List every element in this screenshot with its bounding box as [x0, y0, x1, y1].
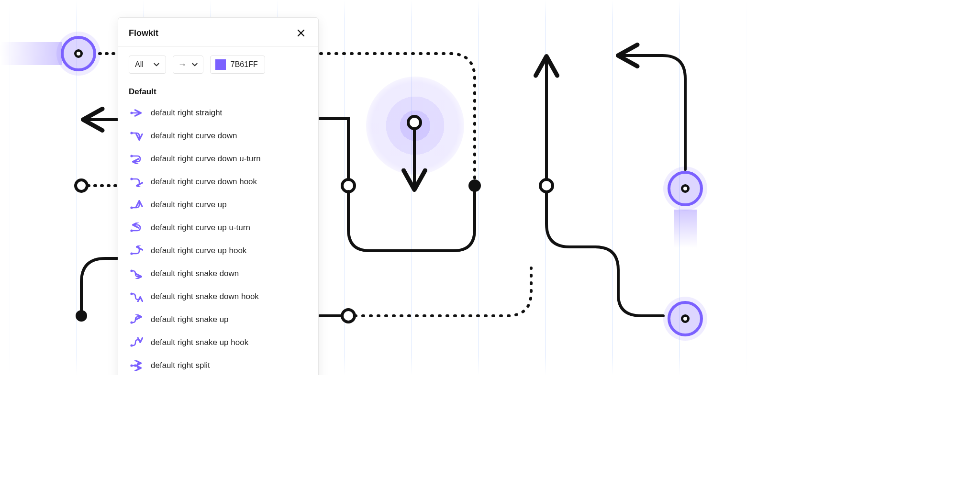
list-item-label: default right straight [151, 108, 222, 118]
panel-header: Flowkit [118, 18, 318, 47]
section-heading: Default [118, 78, 318, 100]
list-item[interactable]: default right curve up u-turn [123, 216, 313, 239]
list-item-label: default right curve up [151, 200, 227, 210]
list-item-label: default right curve down u-turn [151, 154, 261, 164]
connector-icon [130, 107, 143, 119]
connector-list: default right straightdefault right curv… [118, 100, 318, 375]
list-item[interactable]: default right curve up hook [123, 239, 313, 262]
connector-icon [130, 222, 143, 234]
list-item[interactable]: default right curve down hook [123, 170, 313, 193]
connector-icon [130, 199, 143, 211]
svg-point-0 [76, 180, 87, 191]
list-item[interactable]: default right snake up [123, 308, 313, 331]
svg-point-4 [408, 116, 421, 129]
svg-point-6 [540, 179, 553, 192]
list-item-label: default right snake up hook [151, 338, 248, 347]
list-item[interactable]: default right split [123, 354, 313, 375]
close-button[interactable] [294, 26, 308, 40]
connector-icon [130, 337, 143, 348]
list-item-label: default right split [151, 361, 210, 370]
list-item[interactable]: default right snake down [123, 262, 313, 285]
panel-title: Flowkit [129, 28, 158, 38]
color-swatch [215, 59, 226, 70]
connector-icon [130, 291, 143, 302]
svg-point-5 [342, 310, 355, 322]
filter-select-label: All [135, 60, 144, 69]
arrow-right-icon: → [178, 60, 187, 70]
close-icon [296, 28, 306, 38]
list-item-label: default right curve up hook [151, 246, 246, 256]
connector-icon [130, 245, 143, 256]
connector-icon [130, 153, 143, 165]
list-item[interactable]: default right snake down hook [123, 285, 313, 308]
list-item-label: default right curve down hook [151, 177, 257, 187]
direction-select[interactable]: → [173, 56, 203, 74]
connector-icon [130, 130, 143, 142]
svg-point-3 [468, 179, 481, 192]
flowkit-panel: Flowkit All → 7B61FF Default default rig… [118, 17, 319, 375]
connectors-layer [0, 0, 750, 375]
list-item-label: default right snake down hook [151, 292, 259, 301]
filter-select[interactable]: All [129, 56, 166, 74]
connector-icon [130, 176, 143, 188]
connector-icon [130, 314, 143, 325]
connector-icon [130, 268, 143, 279]
chevron-down-icon [191, 61, 198, 68]
list-item[interactable]: default right straight [123, 101, 313, 124]
color-hex-label: 7B61FF [231, 60, 258, 69]
list-item-label: default right curve down [151, 131, 237, 141]
list-item[interactable]: default right curve down [123, 124, 313, 147]
list-item[interactable]: default right snake up hook [123, 331, 313, 354]
list-item-label: default right snake up [151, 315, 229, 324]
list-item-label: default right curve up u-turn [151, 223, 250, 233]
list-item[interactable]: default right curve up [123, 193, 313, 216]
list-item[interactable]: default right curve down u-turn [123, 147, 313, 170]
panel-toolbar: All → 7B61FF [118, 47, 318, 78]
connector-icon [130, 360, 143, 371]
chevron-down-icon [153, 61, 160, 68]
color-picker[interactable]: 7B61FF [210, 56, 265, 74]
list-item-label: default right snake down [151, 269, 239, 278]
